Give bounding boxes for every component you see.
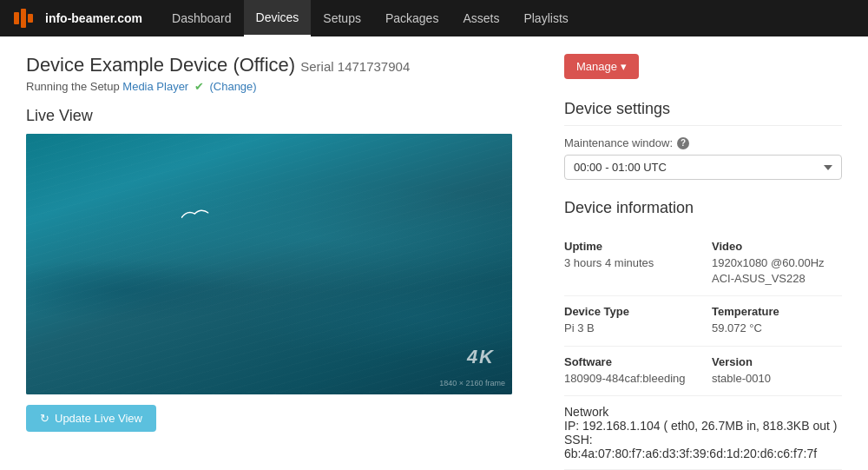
nav-links: Dashboard Devices Setups Packages Assets… bbox=[160, 0, 581, 36]
device-type-cell: Device Type Pi 3 B bbox=[564, 296, 703, 346]
maintenance-label: Maintenance window: ? bbox=[564, 136, 842, 149]
nav-dashboard[interactable]: Dashboard bbox=[160, 0, 244, 36]
side-column: Manage ▾ Device settings Maintenance win… bbox=[564, 54, 842, 470]
maintenance-select[interactable]: 00:00 - 01:00 UTC 01:00 - 02:00 UTC 02:0… bbox=[564, 155, 842, 180]
main-column: Device Example Device (Office) Serial 14… bbox=[26, 54, 529, 470]
network-cell: Network IP: 192.168.1.104 ( eth0, 26.7MB… bbox=[564, 396, 842, 470]
video-cell: Video 1920x1080 @60.00HzACI-ASUS_VS228 bbox=[703, 231, 842, 296]
device-subtitle: Running the Setup Media Player ✔ (Change… bbox=[26, 80, 529, 93]
device-settings-title: Device settings bbox=[564, 100, 842, 126]
info-icon: ? bbox=[677, 137, 689, 149]
brand-label: info-beamer.com bbox=[45, 11, 142, 25]
resolution-label: 1840 × 2160 frame bbox=[439, 379, 505, 387]
uptime-cell: Uptime 3 hours 4 minutes bbox=[564, 231, 703, 296]
setup-link[interactable]: Media Player bbox=[122, 80, 188, 93]
nav-packages[interactable]: Packages bbox=[373, 0, 450, 36]
nav-devices[interactable]: Devices bbox=[244, 0, 312, 36]
live-view-container: 4K 1840 × 2160 frame bbox=[26, 134, 512, 394]
refresh-icon: ↻ bbox=[40, 412, 49, 425]
device-title: Device Example Device (Office) Serial 14… bbox=[26, 54, 529, 76]
temperature-cell: Temperature 59.072 °C bbox=[703, 296, 842, 346]
brand-icon bbox=[14, 9, 38, 28]
nav-setups[interactable]: Setups bbox=[311, 0, 373, 36]
nav-playlists[interactable]: Playlists bbox=[511, 0, 580, 36]
software-cell: Software 180909-484caf:bleeding bbox=[564, 347, 703, 396]
svg-rect-2 bbox=[28, 14, 33, 23]
device-serial: Serial 1471737904 bbox=[300, 59, 410, 74]
page-content: Device Example Device (Office) Serial 14… bbox=[0, 36, 868, 470]
4k-badge: 4K bbox=[467, 346, 495, 368]
version-cell: Version stable-0010 bbox=[703, 347, 842, 396]
live-view-title: Live View bbox=[26, 107, 529, 125]
check-icon: ✔ bbox=[194, 80, 204, 93]
svg-rect-0 bbox=[14, 12, 19, 24]
change-link[interactable]: (Change) bbox=[209, 80, 256, 93]
update-live-view-button[interactable]: ↻ Update Live View bbox=[26, 405, 156, 432]
svg-rect-1 bbox=[21, 9, 26, 28]
wave-lines bbox=[26, 134, 512, 394]
brand[interactable]: info-beamer.com bbox=[14, 9, 142, 28]
device-info-title: Device information bbox=[564, 199, 842, 217]
navbar: info-beamer.com Dashboard Devices Setups… bbox=[0, 0, 868, 36]
nav-assets[interactable]: Assets bbox=[450, 0, 511, 36]
live-view-image: 4K 1840 × 2160 frame bbox=[26, 134, 512, 394]
device-info-grid: Uptime 3 hours 4 minutes Video 1920x1080… bbox=[564, 231, 842, 470]
manage-button[interactable]: Manage ▾ bbox=[564, 54, 639, 79]
